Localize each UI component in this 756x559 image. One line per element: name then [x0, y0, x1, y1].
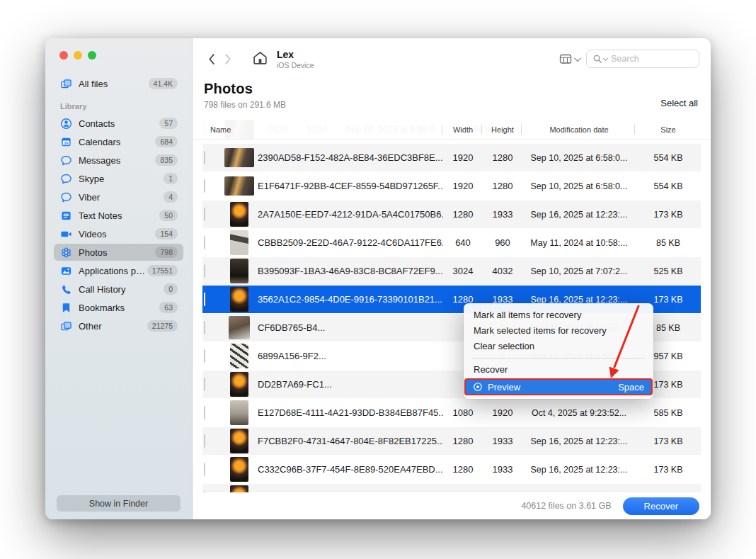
row-checkbox[interactable] [204, 434, 205, 448]
sidebar-item-label: Text Notes [79, 210, 159, 221]
photo-thumbnail [230, 457, 248, 482]
table-row[interactable]: CBBB2509-2E2D-46A7-9122-4C6DA117FE6...64… [202, 229, 701, 256]
table-row[interactable]: C332C96B-37F7-454F-8E89-520EA47EBD...128… [202, 456, 701, 483]
row-checkbox[interactable] [204, 349, 205, 363]
close-window-button[interactable] [59, 51, 68, 60]
device-name: Lex [277, 49, 314, 60]
row-thumbnail-cell [221, 148, 258, 167]
file-width: 1920 [443, 181, 483, 191]
sidebar-item-viber[interactable]: Viber4 [54, 188, 183, 205]
zoom-window-button[interactable] [88, 51, 96, 60]
sidebar-item-applications-pho[interactable]: Applications pho...17551 [54, 262, 183, 279]
app-window: All files41.4KLibraryContacts5729Calenda… [45, 38, 711, 519]
row-checkbox[interactable] [204, 378, 205, 391]
sidebar-item-messages[interactable]: Messages835 [54, 152, 183, 169]
sidebar-item-skype[interactable]: Skype1 [54, 170, 183, 187]
file-modified: May 11, 2024 at 10:58:... [522, 238, 636, 248]
search-input[interactable] [611, 54, 693, 64]
sidebar-item-text-notes[interactable]: Text Notes50 [54, 207, 183, 224]
sidebar-item-other[interactable]: Other21275 [54, 317, 183, 334]
device-info: Lex iOS Device [277, 49, 314, 69]
sidebar-item-count: 63 [159, 302, 178, 313]
page-subtitle: 798 files on 291.6 MB [204, 100, 699, 110]
file-size: 525 KB [636, 266, 701, 276]
row-checkbox[interactable] [204, 208, 205, 221]
file-name: B395093F-1BA3-46A9-83C8-BC8AF72EF9... [258, 266, 443, 276]
row-checkbox[interactable] [204, 151, 205, 164]
row-checkbox[interactable] [204, 491, 205, 493]
file-width: 1080 [443, 407, 483, 418]
row-checkbox[interactable] [204, 463, 205, 476]
column-header-height[interactable]: Height [483, 124, 522, 135]
table-row[interactable]: 2390AD58-F152-482A-8E84-36EDC3BF8E...192… [202, 144, 701, 171]
table-row[interactable]: E1F6471F-92BB-4CEF-8559-54BD971265F...19… [202, 172, 701, 200]
minimize-window-button[interactable] [74, 51, 82, 60]
svg-text:29: 29 [64, 140, 68, 145]
bookmark-icon [59, 301, 72, 314]
column-header-name[interactable]: Name [202, 124, 443, 135]
file-modified: Sep 16, 2025 at 12:23:... [522, 210, 636, 220]
column-header-size[interactable]: Size [636, 124, 701, 135]
sidebar-item-videos[interactable]: Videos154 [54, 225, 183, 242]
sidebar-item-calendars[interactable]: 29Calendars684 [54, 133, 183, 150]
recover-button[interactable]: Recover [623, 497, 699, 515]
row-checkbox-cell [202, 407, 221, 419]
sidebar-item-label: Photos [79, 247, 155, 258]
row-checkbox[interactable] [204, 179, 205, 193]
file-width: 1280 [443, 436, 483, 446]
row-checkbox[interactable] [204, 321, 205, 334]
preview-label: Preview [488, 382, 520, 393]
sidebar-item-label: Bookmarks [79, 303, 159, 313]
view-mode-toggle[interactable] [559, 53, 579, 64]
stack-icon [59, 320, 72, 332]
show-in-finder-button[interactable]: Show in Finder [57, 495, 181, 512]
column-header-width[interactable]: Width [443, 124, 483, 135]
context-menu-item-preview[interactable]: PreviewSpace [464, 378, 653, 395]
table-row[interactable]: E127D68E-4111-4A21-93DD-B384EB87F45...10… [202, 399, 701, 427]
sidebar-item-contacts[interactable]: Contacts57 [54, 115, 183, 132]
table-row[interactable]: B395093F-1BA3-46A9-83C8-BC8AF72EF9...302… [202, 257, 701, 285]
row-checkbox[interactable] [204, 264, 205, 278]
file-name: 3562A1C2-9854-4D0E-9916-73390101B21... [258, 294, 443, 305]
sidebar-item-photos[interactable]: Photos798 [54, 244, 183, 261]
sidebar: All files41.4KLibraryContacts5729Calenda… [45, 38, 193, 519]
file-width: 1280 [443, 209, 483, 220]
sidebar-item-label: Calendars [79, 137, 155, 147]
search-field[interactable] [586, 50, 699, 68]
context-menu-item-recover[interactable]: Recover [464, 362, 653, 378]
sidebar-item-bookmarks[interactable]: Bookmarks63 [54, 299, 183, 316]
table-row[interactable] [202, 484, 701, 492]
home-icon[interactable] [252, 50, 268, 68]
column-header-modification-date[interactable]: Modification date [522, 124, 636, 135]
select-all-link[interactable]: Select all [660, 98, 698, 108]
photo-thumbnail [230, 429, 248, 453]
search-scope-chevron-icon[interactable] [603, 55, 608, 60]
file-modified: Sep 16, 2025 at 12:23:... [522, 465, 636, 475]
row-thumbnail-cell [221, 457, 258, 482]
context-menu-item[interactable]: Mark all items for recovery [464, 307, 653, 323]
back-button[interactable] [202, 50, 219, 67]
file-height: 1933 [483, 464, 522, 475]
file-name: 6899A156-9F2... [258, 351, 443, 361]
sidebar-item-all-files[interactable]: All files41.4K [54, 75, 183, 92]
context-menu-item[interactable]: Clear selection [464, 339, 653, 354]
table-row[interactable]: F7CBB2F0-4731-4647-804E-8F82EB17225...12… [202, 427, 701, 455]
sidebar-item-call-history[interactable]: Call History0 [54, 281, 183, 298]
row-checkbox[interactable] [204, 236, 205, 249]
row-checkbox[interactable] [204, 406, 205, 419]
forward-button[interactable] [219, 50, 236, 67]
table-row[interactable]: 2A7A150E-EED7-4212-91DA-5A4C01750B6...12… [202, 201, 701, 228]
file-modified: Oct 4, 2025 at 9:23:52... [522, 408, 636, 418]
row-checkbox-cell [202, 237, 221, 249]
sidebar-item-count: 57 [159, 118, 178, 129]
toolbar: Lex iOS Device [193, 38, 711, 77]
row-thumbnail-cell [221, 485, 258, 492]
file-name: E127D68E-4111-4A21-93DD-B384EB87F45... [258, 407, 443, 418]
row-thumbnail-cell [221, 287, 258, 312]
message-icon [59, 191, 72, 203]
message-icon [59, 172, 72, 185]
context-menu-item[interactable]: Mark selected items for recovery [464, 323, 653, 339]
row-checkbox[interactable] [204, 293, 205, 306]
row-thumbnail-cell [221, 202, 258, 227]
file-modified: Sep 10, 2025 at 7:07:2... [522, 266, 636, 276]
